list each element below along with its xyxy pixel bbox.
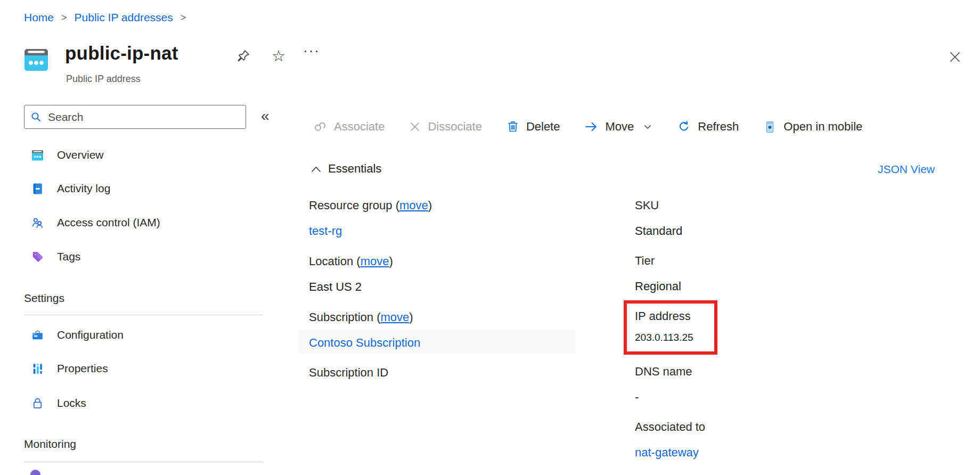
people-icon	[30, 216, 44, 230]
delete-label: Delete	[526, 120, 560, 134]
essentials-title: Essentials	[328, 162, 381, 176]
tier-value: Regional	[635, 279, 859, 294]
close-icon	[948, 50, 962, 64]
alert-icon	[30, 470, 40, 475]
public-ip-resource-icon	[22, 46, 50, 73]
move-resource-group-link[interactable]: move	[399, 199, 428, 212]
field-ip-address: IP address 203.0.113.25	[635, 309, 859, 345]
favorite-button[interactable]: ☆	[271, 48, 287, 64]
sidebar-item-label: Locks	[57, 397, 86, 410]
move-button[interactable]: Move	[584, 120, 652, 134]
sidebar-item-locks[interactable]: Locks	[24, 391, 248, 415]
field-label: IP address	[635, 309, 859, 324]
sidebar-item-configuration[interactable]: Configuration	[24, 323, 248, 347]
sidebar-item-label: Access control (IAM)	[57, 216, 160, 229]
json-view-link[interactable]: JSON View	[878, 163, 935, 176]
field-label: SKU	[635, 198, 859, 213]
field-resource-group: Resource group (move) test-rg	[309, 198, 607, 239]
sidebar-item-overview[interactable]: Overview	[24, 143, 248, 167]
sidebar-item-label: Overview	[57, 149, 104, 161]
field-associated-to: Associated to nat-gateway	[635, 420, 859, 460]
field-dns-name: DNS name -	[635, 364, 859, 405]
sidebar-section-settings: Settings	[24, 292, 64, 305]
sku-value: Standard	[635, 224, 859, 239]
breadcrumb-public-ip-addresses-link[interactable]: Public IP addresses	[75, 11, 173, 24]
search-input[interactable]	[48, 111, 240, 124]
refresh-icon	[677, 120, 691, 134]
refresh-button[interactable]: Refresh	[677, 120, 739, 134]
delete-button[interactable]: Delete	[507, 120, 560, 134]
field-label: Associated to	[635, 420, 859, 435]
x-icon	[409, 121, 421, 133]
ip-address-value: 203.0.113.25	[635, 330, 859, 345]
close-blade-button[interactable]	[946, 48, 964, 66]
breadcrumb: Home > Public IP addresses >	[24, 10, 186, 26]
divider	[24, 462, 263, 462]
collapse-sidebar-button[interactable]: «	[261, 108, 270, 125]
sidebar-item-label: Tags	[57, 250, 80, 263]
subscription-link[interactable]: Contoso Subscription	[309, 335, 607, 350]
activity-log-icon	[30, 182, 44, 195]
sidebar-item-label: Activity log	[57, 182, 110, 195]
associated-to-link[interactable]: nat-gateway	[635, 445, 859, 460]
field-subscription-id: Subscription ID	[309, 365, 607, 391]
field-location: Location (move) East US 2	[309, 254, 607, 294]
resource-group-link[interactable]: test-rg	[309, 224, 607, 239]
dns-name-value: -	[635, 390, 859, 405]
trash-icon	[507, 120, 519, 133]
field-sku: SKU Standard	[635, 198, 859, 239]
field-label: Tier	[635, 253, 859, 268]
associate-label: Associate	[334, 120, 385, 134]
double-chevron-left-icon: «	[261, 108, 270, 124]
field-label: Resource group (move)	[309, 198, 607, 213]
move-location-link[interactable]: move	[361, 255, 389, 268]
page-title: public-ip-nat	[65, 43, 178, 64]
sidebar-item-tags[interactable]: Tags	[24, 245, 248, 268]
sidebar-item-label: Configuration	[57, 329, 124, 341]
mobile-phone-icon	[763, 120, 777, 134]
pin-to-dashboard-button[interactable]	[235, 48, 251, 64]
command-bar: Associate Dissociate Delete	[313, 115, 862, 138]
move-label: Move	[605, 120, 634, 134]
properties-icon	[30, 362, 44, 375]
tag-icon	[30, 250, 44, 264]
breadcrumb-separator-icon: >	[61, 12, 67, 23]
search-icon	[30, 111, 43, 124]
pin-icon	[236, 48, 251, 63]
associate-button[interactable]: Associate	[313, 120, 385, 134]
sidebar-search[interactable]	[24, 105, 246, 129]
breadcrumb-home-link[interactable]: Home	[24, 11, 54, 24]
dissociate-label: Dissociate	[428, 120, 481, 134]
more-options-button[interactable]: ···	[304, 43, 320, 59]
sidebar-item-properties[interactable]: Properties	[24, 357, 248, 380]
open-in-mobile-label: Open in mobile	[783, 120, 862, 134]
field-label: Subscription ID	[309, 365, 607, 380]
field-subscription: Subscription (move) Contoso Subscription	[309, 310, 607, 350]
location-value: East US 2	[309, 280, 607, 294]
toolbox-icon	[30, 328, 44, 342]
move-subscription-link[interactable]: move	[381, 310, 410, 324]
sidebar-section-monitoring: Monitoring	[24, 438, 76, 451]
breadcrumb-separator-icon: >	[181, 12, 186, 23]
chevron-down-icon	[643, 122, 652, 132]
refresh-label: Refresh	[698, 120, 739, 134]
link-icon	[313, 120, 327, 134]
lock-icon	[30, 396, 44, 410]
ellipsis-icon: ···	[303, 43, 320, 59]
sidebar-item-label: Properties	[57, 362, 108, 375]
field-tier: Tier Regional	[635, 253, 859, 294]
sidebar-item-access-control-iam[interactable]: Access control (IAM)	[24, 211, 248, 234]
chevron-up-icon	[311, 166, 321, 173]
dissociate-button[interactable]: Dissociate	[409, 120, 481, 134]
sidebar-item-activity-log[interactable]: Activity log	[24, 177, 248, 200]
essentials-toggle[interactable]: Essentials	[311, 162, 381, 176]
open-in-mobile-button[interactable]: Open in mobile	[763, 120, 862, 134]
divider	[24, 315, 263, 315]
star-icon: ☆	[272, 48, 285, 64]
page-subtitle: Public IP address	[66, 73, 141, 85]
field-label: DNS name	[635, 364, 859, 379]
field-label: Location (move)	[309, 254, 607, 269]
public-ip-overview-page: Home > Public IP addresses > public-ip-n…	[0, 0, 980, 475]
overview-icon	[30, 148, 44, 162]
field-label: Subscription (move)	[309, 310, 607, 325]
